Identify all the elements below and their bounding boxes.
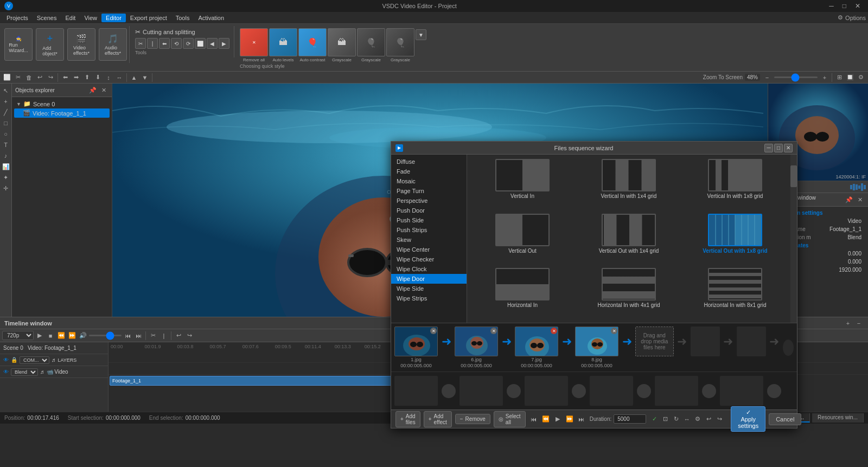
transition-wipe-side[interactable]: Wipe Side xyxy=(391,284,467,293)
rotate-btn[interactable]: ↻ xyxy=(671,414,681,424)
eye-icon-1[interactable]: 👁 xyxy=(3,357,9,363)
transition-wipe-checker[interactable]: Wipe Checker xyxy=(391,254,467,264)
film-thumb-8[interactable]: ✕ xyxy=(575,327,618,356)
film-thumb-6[interactable]: ✕ xyxy=(455,327,498,356)
undo-btn[interactable]: ↩ xyxy=(35,73,44,82)
film-close-1[interactable]: ✕ xyxy=(430,328,437,334)
lock-icon-1[interactable]: 🔒 xyxy=(11,357,17,363)
draw-line-btn[interactable]: ╱ xyxy=(1,107,11,117)
dialog-scrollbar[interactable] xyxy=(790,155,797,323)
tl-split-btn[interactable]: | xyxy=(159,331,169,341)
cancel-btn[interactable]: Cancel xyxy=(769,413,801,425)
tl-play[interactable]: ▶ xyxy=(35,331,44,341)
pin-btn[interactable]: 📌 xyxy=(88,85,98,95)
zoom-in[interactable]: + xyxy=(820,73,829,82)
tl-cut-btn[interactable]: ✂ xyxy=(148,331,158,341)
transition-vertical-in[interactable]: Vertical In xyxy=(471,159,573,209)
cut-tool-3[interactable]: ⬅ xyxy=(159,38,170,49)
tl-add-btn[interactable]: + xyxy=(843,318,853,328)
cut-tool-8[interactable]: ▶ xyxy=(219,38,229,49)
dlg-next[interactable]: ⏭ xyxy=(577,414,586,424)
transition-page-turn[interactable]: Page Turn xyxy=(391,186,467,196)
menu-view[interactable]: View xyxy=(80,14,101,22)
cut-tool-7[interactable]: ◀ xyxy=(207,38,218,49)
cut-tool-6[interactable]: ⬜ xyxy=(195,38,206,49)
add-files-btn[interactable]: + Add files xyxy=(395,411,420,427)
eye-icon-2[interactable]: 👁 xyxy=(3,369,9,375)
transition-push-side[interactable]: Push Side xyxy=(391,215,467,225)
delete-tool[interactable]: 🗑 xyxy=(24,73,34,82)
film-arrow-7[interactable]: ➜ xyxy=(559,327,574,356)
undo-btn-2[interactable]: ↩ xyxy=(704,414,713,424)
cursor-tool[interactable]: ↖ xyxy=(1,86,11,95)
blend-mode-select[interactable]: COM... Blend xyxy=(20,356,49,364)
menu-edit[interactable]: Edit xyxy=(61,14,80,22)
maximize-button[interactable]: □ xyxy=(839,2,850,10)
add-effect-btn[interactable]: + Add effect xyxy=(424,411,452,427)
tree-video-item[interactable]: 🎬 Video: Footage_1_1 xyxy=(14,108,110,118)
add-scene-btn[interactable]: + xyxy=(1,97,11,106)
dialog-close[interactable]: ✕ xyxy=(784,144,793,152)
dlg-ff[interactable]: ⏩ xyxy=(565,414,575,424)
video-effects-button[interactable]: 🎬 Videoeffects* xyxy=(67,28,95,61)
align-bottom[interactable]: ⬇ xyxy=(93,73,103,82)
zoom-out[interactable]: − xyxy=(762,73,772,82)
dlg-prev[interactable]: ⏮ xyxy=(529,414,539,424)
transition-wipe-strips[interactable]: Wipe Strips xyxy=(391,293,467,303)
redo-btn-2[interactable]: ↪ xyxy=(714,414,724,424)
transition-mosaic[interactable]: Mosaic xyxy=(391,176,467,186)
snap-btn[interactable]: 🔲 xyxy=(845,73,855,82)
align-left[interactable]: ⬅ xyxy=(60,73,70,82)
files-sequence-dialog[interactable]: ▶ Files sequence wizard ─ □ ✕ Diffuse Fa… xyxy=(391,141,797,428)
move-btn[interactable]: ✛ xyxy=(1,183,11,193)
filter-more-button[interactable]: ▼ xyxy=(416,29,426,40)
menu-tools[interactable]: Tools xyxy=(171,14,194,22)
props-close[interactable]: ✕ xyxy=(855,195,865,204)
cut-tool-4[interactable]: ⟲ xyxy=(171,38,182,49)
dialog-maximize[interactable]: □ xyxy=(774,144,783,152)
transition-wipe-door[interactable]: Wipe Door xyxy=(391,274,467,284)
dlg-rew[interactable]: ⏪ xyxy=(541,414,551,424)
close-button[interactable]: ✕ xyxy=(852,2,864,10)
tl-vol-slider[interactable] xyxy=(89,335,122,336)
add-object-button[interactable]: + Addobject* xyxy=(36,28,64,61)
transition-vertical-out-8[interactable]: Vertical Out with 1x8 grid xyxy=(684,214,786,264)
props-pin[interactable]: 📌 xyxy=(844,195,854,204)
filter-grayscale-3[interactable]: 🎈 xyxy=(386,28,414,56)
film-close-7[interactable]: ✕ xyxy=(551,328,557,334)
transition-perspective[interactable]: Perspective xyxy=(391,196,467,206)
options-label[interactable]: Options xyxy=(845,15,866,21)
tree-scene-0[interactable]: ▼ 📁 Scene 0 xyxy=(14,99,110,108)
flip-btn[interactable]: ↔ xyxy=(682,414,692,424)
menu-activation[interactable]: Activation xyxy=(194,14,228,22)
redo-btn[interactable]: ↪ xyxy=(46,73,55,82)
tl-stop[interactable]: ■ xyxy=(46,331,55,341)
tl-redo[interactable]: ↪ xyxy=(184,331,194,341)
move-up[interactable]: ▲ xyxy=(129,73,139,82)
tl-ff[interactable]: ⏩ xyxy=(67,331,77,341)
film-arrow-8[interactable]: ➜ xyxy=(620,327,634,356)
dialog-minimize[interactable]: ─ xyxy=(764,144,773,152)
audio-tool-btn[interactable]: ♪ xyxy=(1,151,11,161)
checkmark-btn[interactable]: ✓ xyxy=(649,414,659,424)
blend-select-2[interactable]: Blend xyxy=(11,368,38,376)
film-arrow-1[interactable]: ➜ xyxy=(439,327,454,356)
crop-btn[interactable]: ⊡ xyxy=(660,414,670,424)
transition-vertical-out-4[interactable]: Vertical Out with 1x4 grid xyxy=(578,214,680,264)
distribute-v[interactable]: ↔ xyxy=(114,73,124,82)
transition-horizontal-in[interactable]: Horizontal In xyxy=(471,268,573,318)
tl-remove-btn[interactable]: − xyxy=(854,318,864,328)
transition-push-door[interactable]: Push Door xyxy=(391,206,467,215)
align-top[interactable]: ⬆ xyxy=(82,73,92,82)
chart-btn[interactable]: 📊 xyxy=(1,162,11,171)
apply-settings-btn[interactable]: ✓ Apply settings xyxy=(731,406,765,432)
cut-tool-2[interactable]: | xyxy=(147,38,158,49)
scroll-thumb[interactable] xyxy=(790,165,797,187)
move-down[interactable]: ▼ xyxy=(140,73,150,82)
tl-vol[interactable]: 🔊 xyxy=(78,331,88,341)
menu-projects[interactable]: Projects xyxy=(2,14,33,22)
distribute-h[interactable]: ↕ xyxy=(104,73,113,82)
transition-fade[interactable]: Fade xyxy=(391,167,467,176)
film-drop-zone[interactable]: Drag and drop media files here xyxy=(635,327,674,356)
cut-tool[interactable]: ✂ xyxy=(13,73,23,82)
